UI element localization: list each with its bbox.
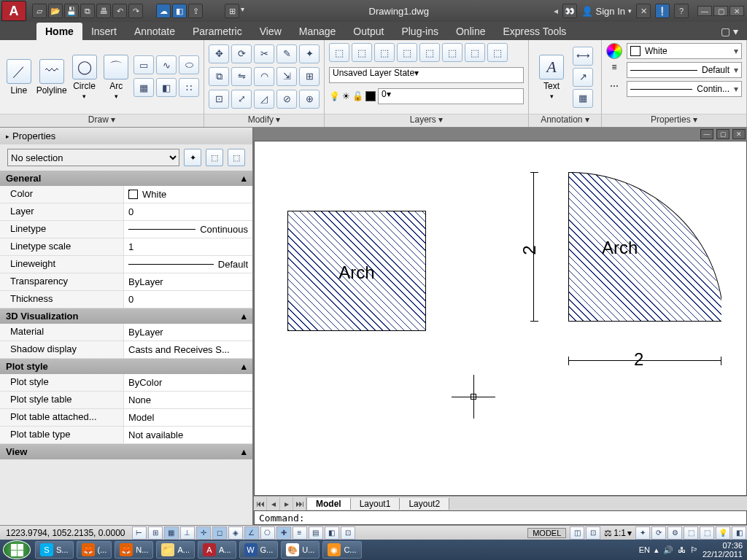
tab-prev-icon[interactable]: ◂	[267, 497, 280, 510]
property-value[interactable]: ByLayer	[124, 273, 252, 290]
color-dropdown[interactable]: White▾	[627, 43, 742, 59]
shape-arc[interactable]: Arch	[568, 172, 721, 322]
language-indicator[interactable]: EN	[639, 545, 650, 554]
property-row[interactable]: Plot table typeNot available	[0, 427, 252, 444]
status-icon-4[interactable]: ⟳	[651, 526, 666, 540]
layer-prop-icon[interactable]: ⬚	[329, 43, 349, 62]
property-row[interactable]: TransparencyByLayer	[0, 273, 252, 291]
section-plot[interactable]: Plot style▴	[0, 359, 252, 374]
status-icon-1[interactable]: ◫	[570, 526, 584, 540]
tab-manage[interactable]: Manage	[290, 23, 345, 40]
table-icon[interactable]: ▦	[573, 89, 593, 108]
mirror-icon[interactable]: ⇋	[231, 67, 252, 86]
app-logo-icon[interactable]: A	[1, 1, 26, 21]
property-row[interactable]: Linetype scale1	[0, 238, 252, 256]
share-icon[interactable]: ⇪	[188, 4, 203, 18]
panel-title-draw[interactable]: Draw ▾	[0, 114, 204, 127]
annotation-scale[interactable]: ⚖ 1:1▾	[601, 528, 635, 538]
clock[interactable]: 07:36 22/12/2011	[703, 541, 743, 559]
tab-plugins[interactable]: Plug-ins	[392, 23, 447, 40]
status-icon-6[interactable]: ⬚	[684, 526, 698, 540]
stretch-icon[interactable]: ⇲	[276, 67, 297, 86]
property-value[interactable]: 1	[124, 238, 252, 255]
doc-minimize-button[interactable]: —	[700, 129, 713, 139]
point-icon[interactable]: ∷	[179, 78, 199, 97]
property-value[interactable]: 0	[124, 291, 252, 308]
palette-title-bar[interactable]: ▸ Properties	[0, 128, 252, 144]
volume-icon[interactable]: 🔊	[663, 545, 673, 555]
property-value[interactable]: Casts and Receives S...	[124, 341, 252, 358]
infer-icon[interactable]: ⊢	[132, 526, 147, 540]
property-row[interactable]: Thickness0	[0, 291, 252, 308]
tool-circle[interactable]: ◯Circle▾	[70, 55, 99, 100]
ortho-icon[interactable]: ⊥	[180, 526, 195, 540]
taskbar-autocad[interactable]: AA...	[198, 541, 236, 559]
tab-first-icon[interactable]: ⏮	[254, 497, 267, 510]
exchange-icon[interactable]: ✕	[636, 4, 651, 18]
online-icon[interactable]: ◧	[172, 4, 187, 18]
scale-icon[interactable]: ⤢	[231, 90, 252, 109]
select-objects-icon[interactable]: ⬚	[206, 149, 223, 166]
panel-title-layers[interactable]: Layers ▾	[325, 114, 528, 127]
rectangle-icon[interactable]: ▭	[133, 55, 154, 74]
tab-model[interactable]: Model	[307, 498, 351, 510]
property-value[interactable]: Model	[124, 409, 252, 426]
tab-view[interactable]: View	[251, 23, 290, 40]
trim-icon[interactable]: ✂	[254, 44, 274, 63]
property-row[interactable]: LineweightDefault	[0, 256, 252, 273]
tab-insert[interactable]: Insert	[82, 23, 125, 40]
ducs-icon[interactable]: ⎔	[260, 526, 275, 540]
layer-iso-icon[interactable]: ⬚	[374, 43, 395, 62]
ribbon-expand-icon[interactable]: ▢ ▾	[712, 23, 747, 40]
tool-arc[interactable]: ⌒Arc▾	[101, 55, 131, 100]
property-value[interactable]: White	[124, 186, 252, 203]
doc-close-button[interactable]: ✕	[732, 129, 746, 139]
toggle-pickadd-icon[interactable]: ⬚	[228, 149, 245, 166]
sc-icon[interactable]: ⊡	[341, 526, 355, 540]
action-center-icon[interactable]: 🏳	[690, 545, 698, 554]
canvas[interactable]: Arch Arch 2 2	[254, 141, 747, 496]
sun-icon[interactable]: ☀	[342, 91, 350, 101]
taskbar-firefox1[interactable]: 🦊(...	[77, 541, 112, 559]
offset-icon[interactable]: ⊡	[209, 90, 229, 109]
join-icon[interactable]: ⊕	[299, 90, 320, 109]
property-value[interactable]: Default	[124, 256, 252, 273]
tab-last-icon[interactable]: ⏭	[293, 497, 306, 510]
fillet-icon[interactable]: ◠	[254, 67, 274, 86]
tab-annotate[interactable]: Annotate	[125, 23, 184, 40]
lwt-icon[interactable]: ≡	[293, 526, 307, 540]
snap-icon[interactable]: ⊞	[148, 526, 163, 540]
shape-square[interactable]: Arch	[287, 211, 426, 331]
property-value[interactable]: None	[124, 392, 252, 408]
tool-text[interactable]: AText▾	[533, 55, 570, 100]
command-line[interactable]: Command:	[254, 510, 747, 525]
hatch-icon[interactable]: ▦	[133, 78, 154, 97]
tab-express[interactable]: Express Tools	[494, 23, 575, 40]
tab-parametric[interactable]: Parametric	[184, 23, 251, 40]
property-value[interactable]: Continuous	[124, 221, 252, 238]
status-icon-7[interactable]: ⬚	[700, 526, 714, 540]
maximize-button[interactable]: ▢	[713, 6, 728, 16]
undo-icon[interactable]: ↶	[112, 4, 127, 18]
property-value[interactable]: Not available	[124, 427, 252, 443]
search-icon[interactable]: 👀	[562, 4, 577, 18]
dimension-icon[interactable]: ⟷	[573, 47, 593, 66]
panel-title-annotation[interactable]: Annotation ▾	[529, 114, 601, 127]
leader-icon[interactable]: ↗	[573, 68, 593, 87]
rotate-icon[interactable]: ⟳	[231, 44, 252, 63]
help-icon[interactable]: ?	[674, 4, 689, 18]
dimension-horizontal[interactable]	[568, 360, 721, 361]
sign-in-button[interactable]: 👤 Sign In ▾	[581, 6, 632, 17]
erase-icon[interactable]: ✎	[276, 44, 297, 63]
status-icon-5[interactable]: ⚙	[667, 526, 682, 540]
property-row[interactable]: Layer0	[0, 203, 252, 221]
property-value[interactable]: ByLayer	[124, 324, 252, 341]
layer-off-icon[interactable]: ⬚	[419, 43, 440, 62]
taskbar-skype[interactable]: SS...	[35, 541, 74, 559]
tray-expand-icon[interactable]: ▴	[654, 545, 659, 555]
status-icon-2[interactable]: ⊡	[586, 526, 600, 540]
lineweight-dropdown[interactable]: Default▾	[627, 62, 742, 78]
ellipse-icon[interactable]: ⬭	[179, 55, 199, 74]
property-row[interactable]: LinetypeContinuous	[0, 221, 252, 238]
otrack-icon[interactable]: ∠	[244, 526, 259, 540]
